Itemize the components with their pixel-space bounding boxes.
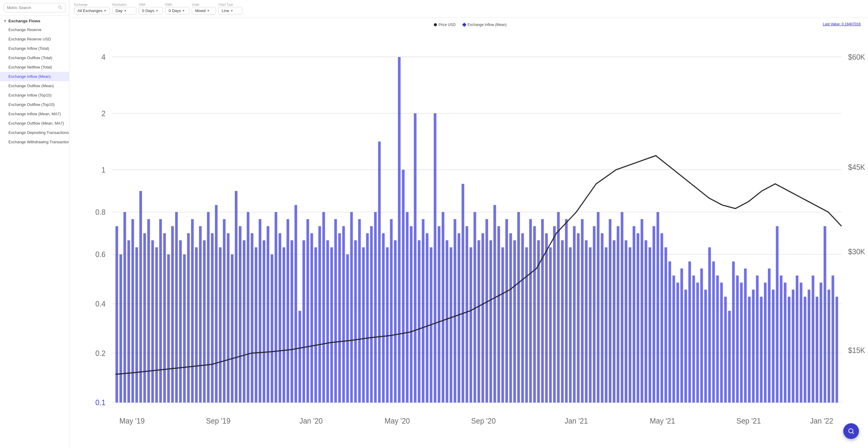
svg-text:0.4: 0.4 <box>95 299 105 308</box>
sidebar-item[interactable]: Exchange Withdrawing Transactions <box>0 137 69 147</box>
svg-rect-80 <box>311 233 313 402</box>
scale-label: Scale <box>192 3 216 6</box>
svg-rect-117 <box>458 233 460 402</box>
sidebar-item[interactable]: Exchange Outflow (Mean, MA7) <box>0 119 69 128</box>
svg-rect-181 <box>712 262 715 403</box>
svg-rect-90 <box>350 212 353 402</box>
svg-rect-199 <box>784 283 786 402</box>
ema-value[interactable]: 0 Days ▼ <box>165 7 189 14</box>
svg-rect-47 <box>179 240 182 402</box>
svg-rect-172 <box>676 283 679 402</box>
svg-rect-141 <box>553 226 556 402</box>
sidebar-item[interactable]: Exchange Reserve <box>0 25 69 34</box>
svg-rect-209 <box>824 226 827 402</box>
svg-rect-45 <box>171 226 174 402</box>
exchange-select[interactable]: Exchange All Exchanges ▼ <box>74 3 110 14</box>
svg-rect-34 <box>127 240 130 402</box>
sidebar-item[interactable]: Exchange Inflow (Top10) <box>0 90 69 100</box>
svg-rect-62 <box>239 226 242 402</box>
svg-rect-185 <box>728 311 731 402</box>
svg-rect-112 <box>438 226 440 402</box>
sma-value[interactable]: 0 Days ▼ <box>139 7 163 14</box>
svg-rect-96 <box>374 212 377 402</box>
svg-rect-149 <box>585 240 588 402</box>
sidebar-item[interactable]: Exchange Outflow (Total) <box>0 53 69 62</box>
price-legend-icon <box>434 23 437 26</box>
svg-rect-144 <box>565 219 568 402</box>
svg-rect-51 <box>195 247 198 402</box>
resolution-chevron-icon: ▼ <box>124 9 127 12</box>
svg-rect-126 <box>493 205 496 402</box>
svg-text:$60K: $60K <box>848 53 865 61</box>
svg-rect-167 <box>656 212 659 402</box>
svg-rect-97 <box>378 142 381 402</box>
svg-text:Sep '20: Sep '20 <box>471 417 496 425</box>
svg-rect-161 <box>632 226 635 402</box>
svg-rect-139 <box>545 233 548 402</box>
svg-rect-50 <box>191 219 194 402</box>
svg-rect-191 <box>752 290 755 402</box>
sidebar-item[interactable]: Exchange Netflow (Total) <box>0 62 69 72</box>
svg-text:May '20: May '20 <box>385 417 410 425</box>
svg-rect-201 <box>792 290 795 402</box>
svg-rect-135 <box>529 219 532 402</box>
svg-rect-58 <box>223 219 225 402</box>
sidebar-item[interactable]: Exchange Inflow (Mean, MA7) <box>0 109 69 119</box>
svg-rect-143 <box>561 240 564 402</box>
sidebar-item[interactable]: Exchange Outflow (Mean) <box>0 81 69 90</box>
svg-rect-157 <box>617 226 620 402</box>
svg-rect-60 <box>231 254 234 402</box>
svg-rect-186 <box>732 262 735 403</box>
ema-select[interactable]: EMA 0 Days ▼ <box>165 3 189 14</box>
svg-rect-98 <box>382 233 385 402</box>
scale-value[interactable]: Mixed ▼ <box>192 7 216 14</box>
chart-type-select[interactable]: Chart Type Line ▼ <box>218 3 242 14</box>
svg-rect-102 <box>398 57 401 403</box>
svg-rect-73 <box>282 247 285 402</box>
sidebar-item[interactable]: Exchange Inflow (Total) <box>0 44 69 53</box>
svg-rect-134 <box>525 247 528 402</box>
scale-select[interactable]: Scale Mixed ▼ <box>192 3 216 14</box>
svg-rect-155 <box>609 219 612 402</box>
svg-rect-61 <box>235 191 238 402</box>
svg-rect-197 <box>776 226 778 402</box>
svg-rect-106 <box>414 114 417 403</box>
svg-line-214 <box>852 432 854 434</box>
sidebar-item[interactable]: Exchange Depositing Transactions <box>0 128 69 137</box>
svg-text:May '21: May '21 <box>650 417 675 425</box>
svg-rect-54 <box>207 212 210 402</box>
section-header-exchange-flows[interactable]: ▼ Exchange Flows <box>0 16 69 25</box>
svg-rect-120 <box>469 247 472 402</box>
resolution-value[interactable]: Day ▼ <box>112 7 136 14</box>
svg-rect-88 <box>342 226 345 402</box>
sma-select[interactable]: SMA 0 Days ▼ <box>139 3 163 14</box>
svg-rect-154 <box>605 247 608 402</box>
svg-rect-57 <box>219 247 222 402</box>
svg-rect-87 <box>338 233 341 402</box>
resolution-select[interactable]: Resolution Day ▼ <box>112 3 136 14</box>
svg-rect-160 <box>629 247 631 402</box>
svg-rect-171 <box>672 275 675 402</box>
last-value-label[interactable]: Last Value: 0.18407016 <box>823 22 861 26</box>
ema-chevron-icon: ▼ <box>182 9 185 12</box>
chart-type-value[interactable]: Line ▼ <box>218 7 242 14</box>
section-label: Exchange Flows <box>8 19 40 23</box>
search-input[interactable] <box>7 5 58 10</box>
sidebar-item[interactable]: Exchange Inflow (Mean) <box>0 72 69 81</box>
svg-rect-46 <box>175 212 178 402</box>
svg-text:0.6: 0.6 <box>95 250 105 259</box>
sidebar-item[interactable]: Exchange Reserve USD <box>0 34 69 44</box>
search-fab-button[interactable] <box>843 423 859 439</box>
sidebar-item[interactable]: Exchange Outflow (Top10) <box>0 100 69 109</box>
exchange-value[interactable]: All Exchanges ▼ <box>74 7 110 14</box>
svg-rect-49 <box>187 233 190 402</box>
svg-rect-129 <box>505 219 508 402</box>
svg-rect-165 <box>649 247 651 402</box>
svg-rect-136 <box>533 226 536 402</box>
search-box[interactable] <box>4 3 65 12</box>
svg-rect-40 <box>151 240 154 402</box>
svg-rect-36 <box>135 247 138 402</box>
svg-rect-39 <box>148 219 150 402</box>
svg-rect-111 <box>434 114 437 403</box>
svg-rect-37 <box>139 191 142 402</box>
